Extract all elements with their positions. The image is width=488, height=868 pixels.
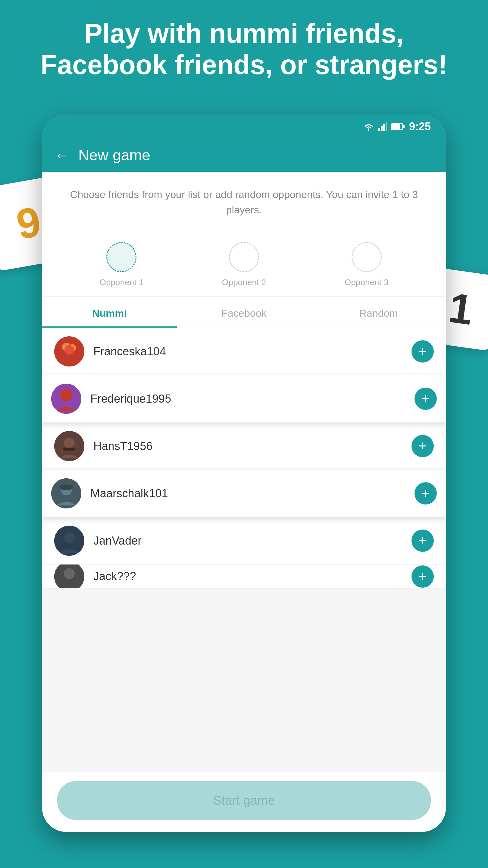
phone-frame: 9:25 ← New game Choose friends from your… bbox=[42, 115, 446, 832]
friend-name: HansT1956 bbox=[93, 440, 402, 453]
svg-rect-3 bbox=[386, 122, 387, 131]
list-item: Franceska104 + bbox=[42, 328, 446, 375]
start-game-bar: Start game bbox=[42, 772, 446, 832]
start-game-button[interactable]: Start game bbox=[57, 781, 431, 820]
friends-list: Franceska104 + Frederique1995 + bbox=[42, 328, 446, 772]
instructions-text: Choose friends from your list or add ran… bbox=[42, 172, 446, 230]
svg-rect-1 bbox=[381, 126, 383, 131]
plus-icon: + bbox=[419, 344, 427, 358]
opponent-slots: Opponent 1 Opponent 2 Opponent 3 bbox=[42, 230, 446, 297]
toolbar-title: New game bbox=[78, 147, 150, 164]
svg-point-19 bbox=[64, 568, 75, 579]
avatar bbox=[54, 431, 84, 461]
status-icons bbox=[363, 122, 403, 131]
status-bar: 9:25 bbox=[42, 115, 446, 138]
opponent-2-circle[interactable] bbox=[229, 242, 259, 272]
avatar bbox=[54, 564, 84, 589]
tab-nummi[interactable]: Nummi bbox=[42, 297, 177, 328]
friend-name: Jack??? bbox=[93, 570, 402, 583]
friend-name: JanVader bbox=[93, 534, 402, 547]
signal-icon bbox=[378, 122, 387, 131]
svg-rect-2 bbox=[383, 124, 385, 131]
list-item: Maarschalk101 + bbox=[42, 470, 446, 517]
friend-name: Frederique1995 bbox=[90, 393, 405, 405]
avatar bbox=[54, 336, 84, 367]
friend-name: Franceska104 bbox=[93, 345, 402, 358]
status-time: 9:25 bbox=[409, 120, 431, 133]
avatar bbox=[51, 478, 82, 508]
opponent-3-circle[interactable] bbox=[352, 242, 382, 272]
add-friend-button[interactable]: + bbox=[412, 530, 434, 552]
tab-random[interactable]: Random bbox=[311, 297, 446, 328]
opponent-slot-3: Opponent 3 bbox=[344, 242, 388, 287]
svg-point-11 bbox=[64, 438, 75, 448]
main-content: Choose friends from your list or add ran… bbox=[42, 172, 446, 832]
plus-icon: + bbox=[419, 533, 427, 547]
svg-rect-12 bbox=[63, 447, 75, 451]
svg-point-17 bbox=[64, 532, 75, 543]
toolbar: ← New game bbox=[42, 138, 446, 172]
add-friend-button[interactable]: + bbox=[412, 340, 434, 363]
opponent-1-label: Opponent 1 bbox=[99, 278, 143, 287]
svg-rect-0 bbox=[378, 128, 380, 131]
svg-point-9 bbox=[60, 389, 72, 401]
back-button[interactable]: ← bbox=[54, 147, 69, 164]
opponent-slot-1: Opponent 1 bbox=[99, 242, 143, 287]
list-item-partial: Jack??? + bbox=[42, 564, 446, 589]
svg-point-7 bbox=[64, 345, 74, 355]
tabs: Nummi Facebook Random bbox=[42, 297, 446, 328]
wifi-icon bbox=[363, 122, 374, 131]
list-item: HansT1956 + bbox=[42, 423, 446, 470]
opponent-3-label: Opponent 3 bbox=[344, 278, 388, 287]
svg-point-15 bbox=[60, 484, 73, 490]
add-friend-button[interactable]: + bbox=[412, 565, 434, 588]
opponent-slot-2: Opponent 2 bbox=[222, 242, 266, 287]
add-friend-button[interactable]: + bbox=[415, 482, 437, 504]
add-friend-button[interactable]: + bbox=[412, 435, 434, 457]
opponent-1-circle[interactable] bbox=[106, 242, 136, 272]
plus-icon: + bbox=[419, 439, 427, 453]
tab-facebook[interactable]: Facebook bbox=[177, 297, 312, 328]
avatar bbox=[54, 526, 84, 556]
list-item: JanVader + bbox=[42, 517, 446, 564]
plus-icon: + bbox=[422, 486, 430, 500]
opponent-2-label: Opponent 2 bbox=[222, 278, 266, 287]
add-friend-button[interactable]: + bbox=[415, 388, 437, 410]
friend-name: Maarschalk101 bbox=[90, 487, 405, 500]
list-item: Frederique1995 + bbox=[42, 375, 446, 423]
avatar bbox=[51, 384, 82, 414]
plus-icon: + bbox=[422, 392, 430, 405]
plus-icon: + bbox=[419, 569, 427, 583]
battery-icon bbox=[391, 123, 403, 130]
hero-text: Play with nummi friends, Facebook friend… bbox=[0, 18, 488, 81]
